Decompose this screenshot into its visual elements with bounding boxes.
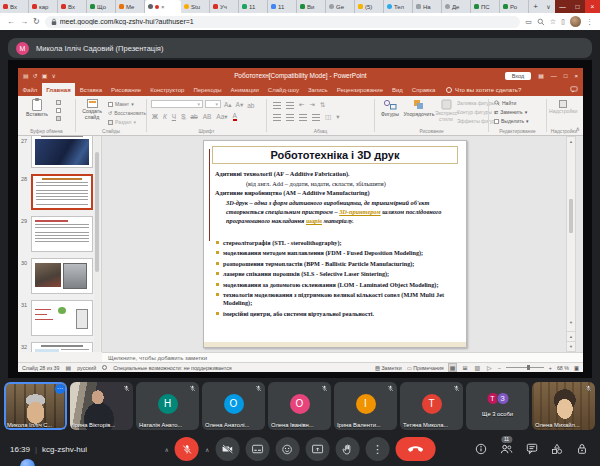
participant-tile[interactable]: Ірина Вікторів... [70, 382, 133, 430]
reset-button[interactable]: ↺Восстановить [108, 110, 146, 116]
previous-slide-button[interactable]: ▲ [567, 331, 575, 340]
browser-tab-active-meet[interactable]: × [145, 0, 181, 13]
slideshow-icon[interactable]: ▣ [42, 72, 48, 79]
search-icon[interactable] [537, 18, 545, 26]
clear-format-icon[interactable]: ab [247, 102, 254, 109]
justify-icon[interactable] [312, 114, 320, 121]
shadow-button[interactable]: S [181, 113, 185, 120]
paste-button[interactable]: Вставить [24, 99, 50, 117]
window-minimize-button[interactable]: — [555, 0, 570, 13]
arrange-button[interactable]: Упорядочить [403, 99, 435, 117]
slide-thumbnail-31[interactable] [31, 300, 93, 336]
url-bar[interactable]: meet.google.com/kcg-zshv-hui?authuser=1 [45, 16, 521, 28]
more-options-button[interactable]: ⋮ [365, 437, 389, 461]
qat-customize-icon[interactable]: ∨ [51, 72, 55, 79]
zoom-slider[interactable] [506, 367, 544, 368]
participant-tile-overflow[interactable]: Т З Ще 3 особи [466, 382, 529, 430]
align-right-icon[interactable] [299, 114, 307, 121]
tab-search-button[interactable]: ∨ [542, 0, 555, 13]
participant-tile[interactable]: Олена Михайл... [532, 382, 595, 430]
slideshow-view-button[interactable]: ▷ [486, 364, 493, 371]
shapes-button[interactable]: Фигуры [377, 99, 403, 117]
indent-increase-icon[interactable]: ⇥ [309, 101, 314, 109]
normal-view-button[interactable]: ▦ [449, 364, 457, 371]
browser-tab[interactable]: Ge [326, 0, 355, 13]
browser-tab[interactable]: Вх [58, 0, 87, 13]
slide-sorter-view-button[interactable]: ⊞ [461, 364, 468, 371]
comments-icon[interactable] [570, 86, 578, 93]
tab-transitions[interactable]: Переходы [189, 83, 226, 96]
browser-tab[interactable]: 11 [239, 0, 268, 13]
browser-tab[interactable]: Stu [181, 0, 210, 13]
bullet-list-icon[interactable] [273, 102, 281, 109]
browser-tab[interactable]: кар [29, 0, 58, 13]
raise-hand-button[interactable] [335, 437, 359, 461]
section-button[interactable]: Раздел▾ [108, 119, 136, 125]
reactions-button[interactable] [275, 437, 299, 461]
participant-tile[interactable]: І Ірина Валенти... [334, 382, 397, 430]
browser-tab[interactable]: Ме [116, 0, 145, 13]
font-name-combobox[interactable]: ▾ [151, 100, 203, 108]
zoom-out-icon[interactable]: − [498, 365, 501, 371]
scroll-up-icon[interactable]: ▲ [567, 137, 575, 146]
scroll-down-icon[interactable]: ▼ [567, 318, 575, 327]
slide-thumbnail-28-selected[interactable] [31, 174, 93, 210]
bold-button[interactable]: Ж [152, 113, 158, 120]
next-slide-button[interactable]: ▼ [567, 341, 575, 350]
present-button[interactable] [305, 437, 329, 461]
meeting-details-button[interactable] [475, 443, 487, 455]
canvas-scrollbar[interactable]: ▲ ▼ ▲ ▼ [566, 136, 576, 352]
font-size-combobox[interactable]: ▾ [205, 100, 221, 108]
browser-menu-icon[interactable]: ⋮ [586, 18, 593, 26]
star-icon[interactable]: ☆ [550, 18, 556, 26]
tab-record[interactable]: Запись [303, 83, 332, 96]
grow-font-icon[interactable]: А▴ [224, 101, 232, 109]
browser-tab[interactable]: Вх [0, 0, 29, 13]
tab-design[interactable]: Конструктор [146, 83, 189, 96]
ribbon-display-icon[interactable]: ▤ [538, 72, 544, 79]
profile-avatar[interactable] [570, 16, 581, 27]
text-direction-icon[interactable]: ▾ [336, 113, 339, 121]
sidebar-icon[interactable]: ▯ [561, 18, 565, 26]
find-button[interactable]: Найти [494, 100, 516, 106]
participant-tile[interactable]: О Олена Іванівн... [268, 382, 331, 430]
zoom-level[interactable]: 68 % [557, 365, 569, 371]
participant-tile[interactable]: Т Тетяна Микола... [400, 382, 463, 430]
change-case-icon[interactable]: Аа▾ [216, 113, 227, 121]
zoom-in-icon[interactable]: + [549, 365, 552, 371]
browser-tab[interactable]: Де [442, 0, 471, 13]
back-icon[interactable]: ← [7, 17, 15, 26]
slide-thumbnail-30[interactable] [31, 258, 93, 294]
sign-in-button[interactable]: Вход [505, 72, 531, 80]
browser-tab[interactable]: Що [87, 0, 116, 13]
slide-thumbnail-29[interactable] [31, 216, 93, 252]
accessibility-status[interactable]: Специальные возможности: не поддерживает… [113, 365, 232, 371]
participant-tile[interactable]: Н Наталія Анато... [136, 382, 199, 430]
reload-icon[interactable]: ↻ [33, 17, 40, 26]
collapse-ribbon-icon[interactable]: ∧ [576, 125, 580, 132]
columns-icon[interactable]: ◫ [325, 113, 331, 121]
notes-pane[interactable]: Щелкните, чтобы добавить заметки [102, 352, 583, 362]
select-button[interactable]: Выделить▾ [494, 118, 529, 124]
tab-review[interactable]: Рецензирование [332, 83, 387, 96]
fit-to-window-icon[interactable]: ▣ [574, 365, 579, 371]
underline-button[interactable]: Ч [172, 113, 176, 120]
leave-call-button[interactable] [395, 437, 435, 461]
browser-tab[interactable]: Ви [297, 0, 326, 13]
zoom-slider-thumb[interactable] [527, 365, 530, 370]
browser-tab[interactable]: Уч [210, 0, 239, 13]
tab-slideshow[interactable]: Слайд-шоу [263, 83, 303, 96]
cut-icon[interactable] [56, 100, 61, 105]
strikethrough-button[interactable]: ab [190, 113, 197, 120]
browser-tab[interactable]: 11 [268, 0, 297, 13]
forward-icon[interactable]: → [20, 17, 28, 26]
layout-button[interactable]: Макет▾ [108, 101, 134, 107]
browser-tab[interactable]: (5) [355, 0, 384, 13]
align-center-icon[interactable] [286, 114, 294, 121]
participant-tile-presenter[interactable]: ⋯ Микола Ілліч С... [4, 382, 67, 430]
browser-tab[interactable]: Тел [384, 0, 413, 13]
display-settings-icon[interactable]: ▤ [66, 364, 72, 371]
line-spacing-icon[interactable]: ⇅ [320, 101, 325, 109]
tab-help[interactable]: Справка [407, 83, 440, 96]
tab-close-icon[interactable]: × [161, 4, 165, 10]
